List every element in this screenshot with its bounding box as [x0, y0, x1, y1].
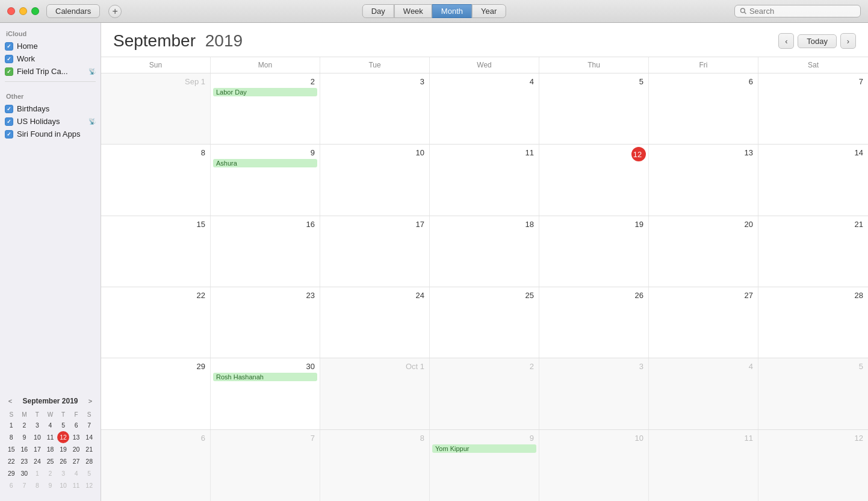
mini-cal-cell[interactable]: 1 — [5, 419, 17, 431]
mini-cal-cell[interactable]: 25 — [44, 455, 56, 467]
calendar-cell[interactable]: 2 — [430, 358, 539, 429]
mini-cal-cell[interactable]: 5 — [83, 467, 95, 479]
calendar-cell[interactable]: 9Yom Kippur — [430, 430, 539, 501]
mini-cal-cell[interactable]: 30 — [18, 467, 30, 479]
mini-cal-cell[interactable]: 9 — [44, 479, 56, 491]
mini-cal-cell[interactable]: 6 — [70, 419, 82, 431]
mini-cal-cell[interactable]: 7 — [83, 419, 95, 431]
mini-cal-cell[interactable]: 28 — [83, 455, 95, 467]
us-holidays-checkbox[interactable]: ✓ — [5, 117, 13, 126]
mini-cal-cell[interactable]: 27 — [70, 455, 82, 467]
field-trip-checkbox[interactable]: ✓ — [5, 67, 13, 76]
calendar-cell[interactable]: 12 — [758, 430, 868, 501]
mini-cal-cell[interactable]: 23 — [18, 455, 30, 467]
calendar-cell[interactable]: 16 — [211, 216, 320, 287]
calendar-cell[interactable]: 8 — [320, 430, 430, 501]
calendar-cell[interactable]: 6 — [649, 73, 758, 144]
add-calendar-button[interactable]: + — [108, 5, 122, 18]
maximize-button[interactable] — [31, 7, 39, 15]
mini-cal-cell[interactable]: 15 — [5, 443, 17, 455]
sidebar-item-birthdays[interactable]: ✓ Birthdays — [0, 102, 101, 115]
work-checkbox[interactable]: ✓ — [5, 55, 13, 63]
calendar-cell[interactable]: 25 — [430, 287, 539, 358]
sidebar-item-us-holidays[interactable]: ✓ US Holidays 📡 — [0, 115, 101, 128]
mini-cal-cell[interactable]: 21 — [83, 443, 95, 455]
sidebar-item-home[interactable]: ✓ Home — [0, 40, 101, 52]
mini-cal-cell[interactable]: 18 — [44, 443, 56, 455]
mini-cal-cell[interactable]: 9 — [18, 431, 30, 443]
calendar-cell[interactable]: 26 — [539, 287, 649, 358]
calendar-cell[interactable]: Sep 1 — [101, 73, 211, 144]
mini-cal-cell[interactable]: 8 — [31, 479, 43, 491]
mini-cal-next[interactable]: > — [85, 396, 96, 406]
birthdays-checkbox[interactable]: ✓ — [5, 105, 13, 113]
mini-cal-cell[interactable]: 2 — [44, 467, 56, 479]
mini-cal-cell[interactable]: 10 — [31, 431, 43, 443]
calendar-cell[interactable]: 13 — [649, 145, 758, 215]
mini-cal-cell[interactable]: 22 — [5, 455, 17, 467]
sidebar-item-work[interactable]: ✓ Work — [0, 52, 101, 65]
mini-cal-cell[interactable]: 3 — [31, 419, 43, 431]
close-button[interactable] — [7, 7, 15, 15]
mini-cal-cell[interactable]: 8 — [5, 431, 17, 443]
calendar-cell[interactable]: 10 — [320, 145, 430, 215]
mini-cal-cell[interactable]: 10 — [57, 479, 69, 491]
search-input[interactable] — [749, 7, 855, 16]
mini-cal-cell[interactable]: 16 — [18, 443, 30, 455]
mini-cal-cell[interactable]: 4 — [44, 419, 56, 431]
calendar-cell[interactable]: 30Rosh Hashanah — [211, 358, 320, 429]
calendar-cell[interactable]: 24 — [320, 287, 430, 358]
calendar-cell[interactable]: 15 — [101, 216, 211, 287]
event-tag[interactable]: Ashura — [213, 159, 317, 167]
calendar-cell[interactable]: 8 — [101, 145, 211, 215]
mini-cal-cell[interactable]: 20 — [70, 443, 82, 455]
calendar-cell[interactable]: 5 — [539, 73, 649, 144]
mini-cal-cell[interactable]: 1 — [31, 467, 43, 479]
calendar-cell[interactable]: 4 — [430, 73, 539, 144]
calendar-cell[interactable]: 7 — [211, 430, 320, 501]
calendar-cell[interactable]: 21 — [758, 216, 868, 287]
calendar-cell[interactable]: 23 — [211, 287, 320, 358]
mini-cal-cell[interactable]: 7 — [18, 479, 30, 491]
mini-cal-cell[interactable]: 13 — [70, 431, 82, 443]
calendar-cell[interactable]: 12 — [539, 145, 649, 215]
calendar-cell[interactable]: 6 — [101, 430, 211, 501]
mini-cal-cell[interactable]: 29 — [5, 467, 17, 479]
sidebar-item-field-trip[interactable]: ✓ Field Trip Ca... 📡 — [0, 65, 101, 78]
mini-cal-cell[interactable]: 6 — [5, 479, 17, 491]
calendar-cell[interactable]: 14 — [758, 145, 868, 215]
mini-cal-cell[interactable]: 12 — [83, 479, 95, 491]
calendar-cell[interactable]: 9Ashura — [211, 145, 320, 215]
view-month-button[interactable]: Month — [432, 4, 472, 18]
calendars-button[interactable]: Calendars — [46, 4, 100, 18]
calendar-cell[interactable]: 7 — [758, 73, 868, 144]
calendar-cell[interactable]: 28 — [758, 287, 868, 358]
minimize-button[interactable] — [19, 7, 27, 15]
view-day-button[interactable]: Day — [362, 4, 394, 18]
calendar-cell[interactable]: 10 — [539, 430, 649, 501]
home-checkbox[interactable]: ✓ — [5, 42, 13, 51]
calendar-cell[interactable]: 4 — [649, 358, 758, 429]
event-tag[interactable]: Yom Kippur — [432, 444, 536, 453]
calendar-cell[interactable]: 22 — [101, 287, 211, 358]
calendar-cell[interactable]: 27 — [649, 287, 758, 358]
next-month-button[interactable]: › — [840, 33, 856, 49]
calendar-cell[interactable]: 20 — [649, 216, 758, 287]
sidebar-item-siri-found-apps[interactable]: ✓ Siri Found in Apps — [0, 128, 101, 140]
calendar-cell[interactable]: 2Labor Day — [211, 73, 320, 144]
mini-cal-cell[interactable]: 14 — [83, 431, 95, 443]
calendar-cell[interactable]: 5 — [758, 358, 868, 429]
mini-cal-cell[interactable]: 26 — [57, 455, 69, 467]
calendar-cell[interactable]: 11 — [430, 145, 539, 215]
mini-cal-cell[interactable]: 24 — [31, 455, 43, 467]
mini-cal-today[interactable]: 12 — [57, 431, 69, 443]
calendar-cell[interactable]: 11 — [649, 430, 758, 501]
mini-cal-cell[interactable]: 17 — [31, 443, 43, 455]
event-tag[interactable]: Labor Day — [213, 88, 317, 96]
mini-cal-cell[interactable]: 2 — [18, 419, 30, 431]
event-tag[interactable]: Rosh Hashanah — [213, 373, 317, 381]
calendar-cell[interactable]: 3 — [320, 73, 430, 144]
calendar-cell[interactable]: 17 — [320, 216, 430, 287]
view-year-button[interactable]: Year — [472, 4, 506, 18]
siri-checkbox[interactable]: ✓ — [5, 130, 13, 138]
